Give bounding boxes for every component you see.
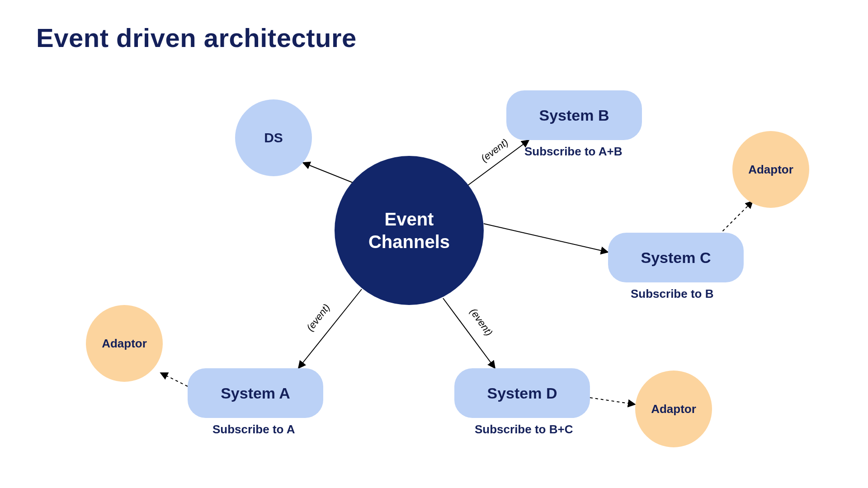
node-adaptor-a: Adaptor bbox=[86, 305, 163, 382]
hub-event-channels: Event Channels bbox=[335, 156, 484, 305]
arrow-hub-to-ds bbox=[303, 163, 353, 183]
edge-label-d: (event) bbox=[467, 306, 495, 338]
node-system-d: System D bbox=[454, 368, 590, 418]
subscribe-system-d: Subscribe to B+C bbox=[475, 422, 573, 436]
edge-label-b: (event) bbox=[479, 136, 510, 164]
node-system-a: System A bbox=[188, 368, 323, 418]
node-system-b: System B bbox=[506, 90, 642, 140]
diagram-canvas: Event Channels DS System B Subscribe to … bbox=[0, 0, 868, 488]
subscribe-system-b: Subscribe to A+B bbox=[524, 145, 622, 159]
node-adaptor-d: Adaptor bbox=[635, 371, 712, 447]
arrow-hub-to-system-c bbox=[484, 224, 608, 252]
node-system-c: System C bbox=[608, 233, 744, 282]
subscribe-system-a: Subscribe to A bbox=[212, 422, 295, 436]
node-ds: DS bbox=[235, 99, 312, 176]
arrow-system-a-to-adaptor bbox=[160, 373, 188, 386]
arrow-system-d-to-adaptor bbox=[590, 398, 635, 404]
arrow-system-c-to-adaptor bbox=[719, 201, 753, 235]
edge-label-a: (event) bbox=[304, 302, 333, 333]
subscribe-system-c: Subscribe to B bbox=[631, 287, 713, 301]
node-adaptor-c: Adaptor bbox=[732, 131, 809, 208]
